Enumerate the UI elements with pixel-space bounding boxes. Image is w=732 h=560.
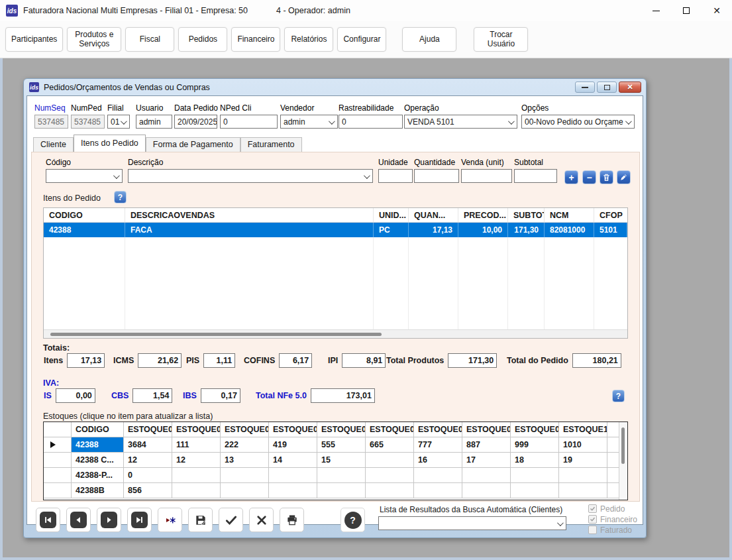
print-button[interactable] — [280, 508, 304, 532]
nav-prior-button[interactable] — [66, 508, 91, 532]
estoque-cell[interactable]: 13 — [221, 453, 269, 468]
remove-item-button[interactable]: − — [582, 170, 596, 184]
estoque-row-codigo[interactable]: 42388B — [72, 483, 124, 498]
estoque-cell[interactable] — [366, 468, 414, 483]
estoque-cell[interactable]: 111 — [172, 437, 221, 453]
menu-financeiro-button[interactable]: Financeiro — [231, 27, 280, 52]
delete-item-button[interactable] — [600, 170, 613, 184]
tab-forma-de-pagamento[interactable]: Forma de Pagamento — [146, 137, 240, 152]
estoque-cell[interactable]: 777 — [414, 437, 462, 453]
estoque-cell[interactable]: 17 — [462, 453, 511, 468]
quantidade-field[interactable] — [414, 169, 459, 183]
descricao-select[interactable] — [128, 169, 373, 183]
cell-precod[interactable]: 10,00 — [458, 223, 508, 237]
estoque-cell[interactable] — [511, 468, 559, 483]
estoque-cell[interactable]: 0 — [124, 468, 172, 483]
cell-subtot[interactable]: 171,30 — [508, 223, 545, 237]
codigo-select[interactable] — [46, 169, 123, 183]
window-minimize-button[interactable] — [575, 82, 595, 93]
nav-next-button[interactable] — [97, 508, 121, 532]
estoque-cell[interactable] — [366, 483, 414, 498]
menu-participantes-button[interactable]: Participantes — [5, 27, 63, 52]
filial-select[interactable]: 01 — [107, 115, 130, 129]
estoque-cell[interactable] — [366, 453, 414, 468]
search-results-select[interactable] — [378, 516, 566, 530]
opcoes-select[interactable]: 00-Novo Pedido ou Orçame — [521, 115, 635, 129]
estoque-cell[interactable]: 665 — [366, 437, 414, 453]
nav-last-button[interactable] — [127, 508, 152, 532]
venda-unit-field[interactable] — [461, 169, 512, 183]
edit-item-button[interactable] — [617, 170, 631, 184]
help-button[interactable]: ? — [340, 508, 365, 532]
estoques-grid-vscrollbar[interactable] — [619, 422, 627, 500]
estoque-cell[interactable] — [269, 483, 317, 498]
menu-trocar-usuario-button[interactable]: Trocar Usuário — [474, 27, 528, 52]
estoque-cell[interactable]: 18 — [511, 453, 559, 468]
estoque-cell[interactable]: 15 — [317, 453, 366, 468]
tab-cliente[interactable]: Cliente — [33, 137, 74, 152]
estoque-cell[interactable]: 3684 — [124, 437, 172, 453]
cell-cfop[interactable]: 5101 — [594, 223, 627, 237]
cell-descricao[interactable]: FACA — [125, 223, 374, 237]
iva-help-button[interactable]: ? — [612, 390, 625, 402]
window-close-button[interactable]: ✕ — [619, 82, 641, 93]
estoque-row-codigo[interactable]: 42388-P... — [72, 468, 124, 483]
menu-fiscal-button[interactable]: Fiscal — [125, 27, 174, 52]
itens-grid-selected-row[interactable]: 42388 FACA PC 17,13 10,00 171,30 8208100… — [44, 223, 627, 237]
menu-produtos-servicos-button[interactable]: Produtos e Serviços — [67, 27, 121, 52]
app-maximize-button[interactable] — [671, 0, 702, 21]
estoque-cell[interactable] — [221, 483, 269, 498]
cell-unid[interactable]: PC — [374, 223, 409, 237]
data-pedido-field[interactable]: 20/09/2025 — [174, 115, 217, 129]
nped-cli-field[interactable]: 0 — [220, 115, 278, 129]
estoque-cell[interactable]: 999 — [511, 437, 559, 453]
rastreabilidade-field[interactable]: 0 — [339, 115, 403, 129]
estoque-cell[interactable] — [172, 483, 221, 498]
estoque-cell[interactable]: 19 — [559, 453, 607, 468]
add-item-button[interactable]: + — [564, 170, 578, 184]
save-button[interactable] — [188, 508, 213, 532]
estoque-cell[interactable]: 14 — [269, 453, 317, 468]
estoque-cell[interactable] — [172, 468, 221, 483]
estoque-cell[interactable]: 419 — [269, 437, 317, 453]
confirm-button[interactable] — [219, 508, 243, 532]
vscrollbar-thumb[interactable] — [621, 427, 625, 464]
window-maximize-button[interactable] — [597, 82, 617, 93]
estoque-cell[interactable] — [221, 468, 269, 483]
numped-field[interactable]: 537485 — [71, 115, 105, 129]
estoque-cell[interactable]: 887 — [462, 437, 511, 453]
estoque-row-codigo[interactable]: 42388 C... — [72, 453, 124, 468]
menu-configurar-button[interactable]: Configurar — [337, 27, 386, 52]
pedidos-window-titlebar[interactable]: ids Pedidos/Orçamentos de Vendas ou Comp… — [26, 79, 643, 95]
estoque-cell[interactable]: 555 — [317, 437, 366, 453]
menu-ajuda-button[interactable]: Ajuda — [402, 27, 456, 52]
usuario-field[interactable]: admin — [136, 115, 172, 129]
nav-first-button[interactable] — [36, 508, 60, 532]
menu-pedidos-button[interactable]: Pedidos — [178, 27, 227, 52]
hscrollbar-thumb[interactable] — [50, 333, 382, 336]
app-close-button[interactable]: ✕ — [702, 0, 732, 21]
estoque-cell[interactable] — [317, 468, 366, 483]
estoque-cell[interactable]: 12 — [124, 453, 172, 468]
estoque-cell[interactable]: 12 — [172, 453, 221, 468]
tab-faturamento[interactable]: Faturamento — [240, 137, 302, 152]
insert-record-button[interactable] — [158, 508, 182, 532]
menu-relatorios-button[interactable]: Relatórios — [284, 27, 333, 52]
estoque-row-codigo[interactable]: 42388 — [72, 437, 124, 453]
estoque-cell[interactable] — [559, 483, 607, 498]
subtotal-field[interactable] — [514, 169, 557, 183]
estoque-cell[interactable] — [414, 483, 462, 498]
estoque-cell[interactable]: 16 — [414, 453, 462, 468]
itens-grid-hscrollbar[interactable] — [44, 329, 627, 338]
estoque-cell[interactable] — [414, 468, 462, 483]
estoque-cell[interactable]: 1010 — [559, 437, 607, 453]
cell-quan[interactable]: 17,13 — [409, 223, 458, 237]
estoque-cell[interactable] — [559, 468, 607, 483]
estoque-cell[interactable]: 856 — [124, 483, 172, 498]
estoque-cell[interactable] — [462, 483, 511, 498]
vendedor-select[interactable]: admin — [280, 115, 338, 129]
cell-codigo[interactable]: 42388 — [44, 223, 125, 237]
tab-itens-do-pedido[interactable]: Itens do Pedido — [74, 135, 146, 152]
operacao-select[interactable]: VENDA 5101 — [404, 115, 517, 129]
estoque-cell[interactable]: 222 — [221, 437, 269, 453]
